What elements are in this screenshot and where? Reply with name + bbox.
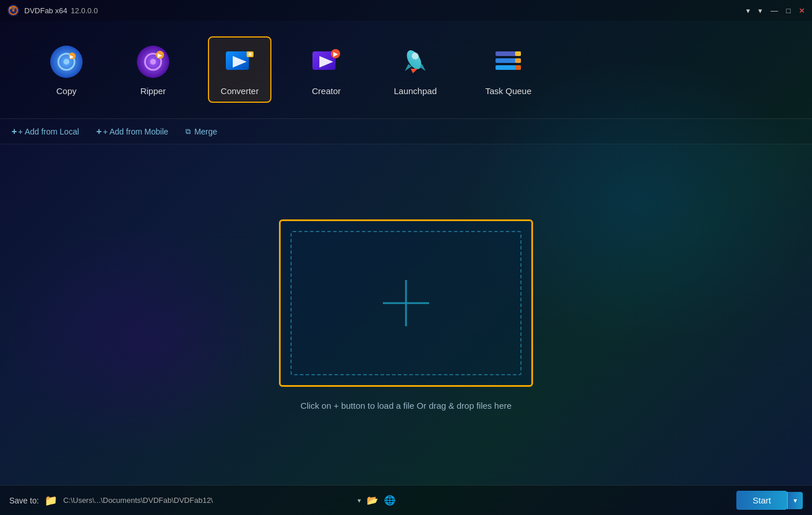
nav-item-taskqueue[interactable]: Task Queue: [472, 36, 544, 103]
restore-button[interactable]: □: [786, 6, 791, 15]
launchpad-icon: [397, 43, 434, 80]
start-group: Start ▾: [736, 491, 803, 510]
drop-zone-inner: [290, 231, 522, 375]
drop-zone[interactable]: [279, 219, 533, 387]
copy-icon: ▶: [48, 43, 85, 80]
tray-icon-2[interactable]: ▾: [758, 6, 762, 15]
app-title: DVDFab x64: [24, 6, 67, 15]
nav-item-launchpad[interactable]: Launchpad: [381, 36, 449, 103]
launchpad-label: Launchpad: [394, 86, 437, 96]
merge-button[interactable]: ⧉ Merge: [185, 127, 217, 136]
toolbar: + + Add from Local + + Add from Mobile ⧉…: [0, 119, 812, 144]
path-dropdown-button[interactable]: ▾: [357, 497, 361, 505]
svg-text:▶: ▶: [158, 53, 162, 58]
copy-label: Copy: [56, 86, 76, 96]
app-logo: DVD: [7, 4, 20, 17]
add-local-plus-icon: +: [12, 126, 17, 137]
plus-cross-icon: [383, 280, 429, 326]
svg-point-11: [150, 59, 156, 65]
window-controls: ▾ ▾ — □ ✕: [746, 6, 805, 15]
nav-item-creator[interactable]: ▶ Creator: [295, 36, 358, 103]
ripper-icon: ▶: [135, 43, 172, 80]
bottombar: Save to: 📁 C:\Users\...\Documents\DVDFab…: [0, 485, 812, 515]
minimize-button[interactable]: —: [770, 6, 778, 15]
creator-label: Creator: [312, 86, 341, 96]
tray-icon-1[interactable]: ▾: [746, 6, 750, 15]
add-local-label: + Add from Local: [18, 127, 79, 136]
start-button[interactable]: Start: [736, 491, 787, 510]
merge-icon: ⧉: [185, 127, 191, 136]
svg-point-23: [412, 53, 419, 59]
merge-label: Merge: [194, 127, 217, 136]
browse-folder-icon[interactable]: 📂: [367, 495, 378, 506]
ripper-label: Ripper: [140, 86, 166, 96]
svg-marker-24: [411, 69, 418, 73]
svg-text:▶: ▶: [333, 51, 338, 57]
add-mobile-label: + Add from Mobile: [103, 127, 168, 136]
nav-item-converter[interactable]: Converter: [208, 36, 271, 103]
creator-icon: ▶: [308, 43, 345, 80]
globe-icon[interactable]: 🌐: [384, 495, 396, 506]
save-path-text: C:\Users\...\Documents\DVDFab\DVDFab12\: [63, 496, 352, 505]
converter-label: Converter: [221, 86, 259, 96]
folder-icon: 📁: [44, 494, 57, 507]
taskqueue-label: Task Queue: [485, 86, 531, 96]
svg-rect-30: [515, 51, 521, 56]
save-to-label: Save to:: [9, 496, 39, 505]
svg-point-17: [248, 53, 252, 56]
nav-item-copy[interactable]: ▶ Copy: [35, 36, 98, 103]
navbar: ▶ Copy ▶ Ripper: [0, 21, 812, 119]
svg-point-6: [64, 59, 69, 65]
nav-item-ripper[interactable]: ▶ Ripper: [121, 36, 185, 103]
svg-rect-31: [515, 58, 521, 63]
svg-marker-25: [405, 64, 412, 71]
svg-text:DVD: DVD: [9, 6, 16, 10]
title-bar: DVD DVDFab x64 12.0.0.0 ▾ ▾ — □ ✕: [0, 0, 812, 21]
converter-icon: [221, 43, 258, 80]
svg-text:▶: ▶: [70, 54, 74, 59]
taskqueue-icon: [490, 43, 527, 80]
start-dropdown-button[interactable]: ▾: [787, 492, 803, 509]
svg-rect-32: [515, 65, 521, 70]
add-from-mobile-button[interactable]: + + Add from Mobile: [96, 126, 169, 137]
app-version: 12.0.0.0: [70, 6, 98, 15]
drop-hint: Click on + button to load a file Or drag…: [300, 401, 512, 410]
add-mobile-plus-icon: +: [96, 126, 102, 137]
main-content: Click on + button to load a file Or drag…: [0, 144, 812, 485]
close-button[interactable]: ✕: [799, 6, 805, 15]
add-from-local-button[interactable]: + + Add from Local: [12, 126, 79, 137]
